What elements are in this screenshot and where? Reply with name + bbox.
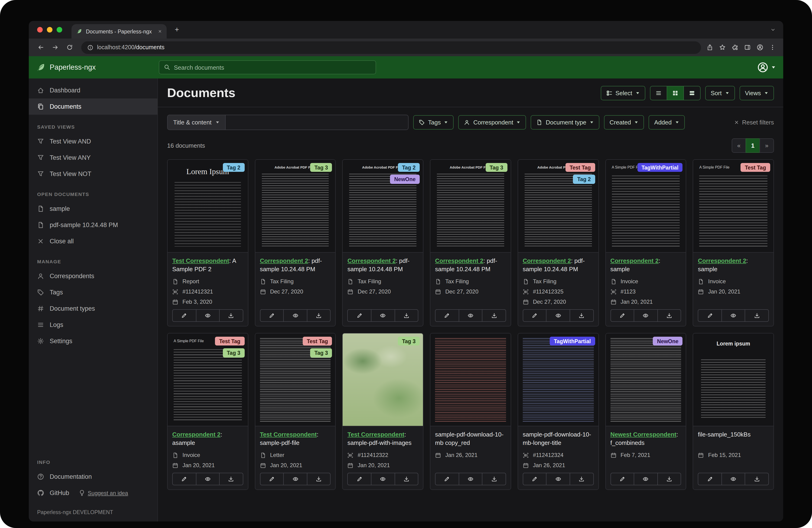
document-thumbnail[interactable]: Test TagTag 3 [255,333,335,426]
edit-button[interactable] [348,309,372,322]
sidebar-item-documentation[interactable]: Documentation [29,469,157,485]
view-list-button[interactable] [650,86,667,100]
document-thumbnail[interactable]: Adobe Acrobat PDF Files Test TagTag 2 [518,160,598,253]
document-card[interactable]: NewOne Newest Correspondent: f_combineds… [605,333,686,490]
next-page-button[interactable]: » [759,138,774,153]
view-button[interactable] [722,473,745,485]
tag-badge[interactable]: Tag 3 [485,163,507,172]
select-button[interactable]: Select [600,86,645,100]
document-card[interactable]: A Simple PDF File Test TagTag 3 Correspo… [167,333,248,490]
edit-button[interactable] [523,309,547,322]
view-button[interactable] [459,309,482,322]
global-search[interactable] [159,60,376,74]
correspondent-link[interactable]: Newest Correspondent [610,431,677,438]
edit-button[interactable] [698,309,722,322]
suggest-idea-link[interactable]: Suggest an idea [78,489,128,496]
page-1-button[interactable]: 1 [745,138,760,153]
browser-tab[interactable]: Documents - Paperless-ngx [72,24,167,39]
document-thumbnail[interactable]: A Simple PDF File Test TagTag 3 [168,333,248,426]
sidebar-item-correspondents[interactable]: Correspondents [29,268,157,284]
sidebar-item-test-view-not[interactable]: Test View NOT [29,166,157,182]
search-input[interactable] [174,64,371,71]
tag-badge[interactable]: NewOne [390,175,420,184]
forward-button[interactable] [49,41,61,54]
correspondent-link[interactable]: Test Correspondent [172,257,229,264]
document-thumbnail[interactable]: Tag 3 [343,333,423,426]
browser-profile-icon[interactable] [757,44,763,51]
edit-button[interactable] [435,473,459,485]
app-brand[interactable]: Paperless-ngx [36,63,153,72]
download-button[interactable] [570,473,594,485]
tag-badge[interactable]: Test Tag [215,337,244,346]
document-thumbnail[interactable]: Adobe Acrobat PDF Files Tag 3 [255,160,335,253]
view-button[interactable] [459,473,482,485]
document-card[interactable]: Test TagTag 3 Test Correspondent: sample… [255,333,336,490]
view-button[interactable] [634,309,658,322]
tag-badge[interactable]: TagWithPartial [550,337,595,346]
view-button[interactable] [722,309,745,322]
tag-badge[interactable]: NewOne [653,337,683,346]
new-tab-button[interactable]: + [171,26,183,34]
tag-badge[interactable]: Tag 3 [222,348,244,358]
download-button[interactable] [307,473,331,485]
download-button[interactable] [745,473,769,485]
edit-button[interactable] [348,473,372,485]
sidebar-item-github[interactable]: GitHubSuggest an idea [29,485,157,501]
filter-document-type-button[interactable]: Document type [531,115,599,130]
edit-button[interactable] [435,309,459,322]
window-zoom-button[interactable] [57,27,62,32]
edit-button[interactable] [523,473,547,485]
document-card[interactable]: A Simple PDF File Test Tag Correspondent… [693,159,774,327]
document-card[interactable]: A Simple PDF File TagWithPartial Corresp… [605,159,686,327]
tag-badge[interactable]: Tag 2 [573,175,595,184]
view-button[interactable] [634,473,658,485]
document-card[interactable]: Adobe Acrobat PDF Files Tag 3 Correspond… [430,159,511,327]
reload-button[interactable] [63,41,76,54]
tab-close-icon[interactable] [158,29,162,33]
view-button[interactable] [546,309,570,322]
browser-menu-icon[interactable] [769,44,776,51]
prev-page-button[interactable]: « [732,138,746,153]
document-thumbnail[interactable]: A Simple PDF File TagWithPartial [606,160,686,253]
correspondent-link[interactable]: Test Correspondent [348,431,404,438]
sidebar-item-settings[interactable]: Settings [29,333,157,349]
sidebar-item-pdf-sample-10-24-48-pm[interactable]: pdf-sample 10.24.48 PM [29,217,157,233]
document-card[interactable]: Lorem ipsum file-sample_150kBs Feb 15, 2… [693,333,774,490]
window-close-button[interactable] [37,27,43,32]
document-card[interactable]: Lorem Ipsum Tag 2 Test Correspondent: A … [167,159,248,327]
document-thumbnail[interactable]: Adobe Acrobat PDF Files Tag 3 [430,160,510,253]
document-card[interactable]: TagWithPartial sample-pdf-download-10-mb… [518,333,599,490]
tag-badge[interactable]: Tag 3 [398,337,420,346]
sidebar-item-document-types[interactable]: Document types [29,300,157,317]
tag-badge[interactable]: Tag 2 [398,163,420,172]
sidebar-item-test-view-any[interactable]: Test View ANY [29,149,157,166]
tag-badge[interactable]: Test Tag [565,163,595,172]
address-bar[interactable]: localhost:4200/documents [81,41,701,54]
share-icon[interactable] [707,44,713,51]
edit-button[interactable] [610,309,634,322]
view-button[interactable] [284,473,307,485]
document-thumbnail[interactable]: A Simple PDF File Test Tag [693,160,773,253]
sort-button[interactable]: Sort [705,86,735,100]
view-button[interactable] [196,309,220,322]
download-button[interactable] [219,473,243,485]
download-button[interactable] [394,309,418,322]
correspondent-link[interactable]: Correspondent 2 [523,257,571,264]
view-button[interactable] [546,473,570,485]
back-button[interactable] [34,41,47,54]
tag-badge[interactable]: Test Tag [741,163,770,172]
document-card[interactable]: Adobe Acrobat PDF Files Tag 2NewOne Corr… [343,159,423,327]
filter-field-selector[interactable]: Title & content [167,115,226,130]
bookmark-star-icon[interactable] [719,44,726,51]
download-button[interactable] [219,309,243,322]
view-detail-button[interactable] [683,86,700,100]
correspondent-link[interactable]: Correspondent 2 [610,257,658,264]
tag-badge[interactable]: Tag 3 [310,163,332,172]
filter-query-input[interactable] [226,115,408,130]
document-thumbnail[interactable] [430,333,510,426]
tag-badge[interactable]: Tag 3 [310,348,332,358]
download-button[interactable] [482,473,506,485]
filter-created-button[interactable]: Created [604,115,644,130]
document-card[interactable]: Adobe Acrobat PDF Files Tag 3 Correspond… [255,159,336,327]
tag-badge[interactable]: Test Tag [303,337,332,346]
